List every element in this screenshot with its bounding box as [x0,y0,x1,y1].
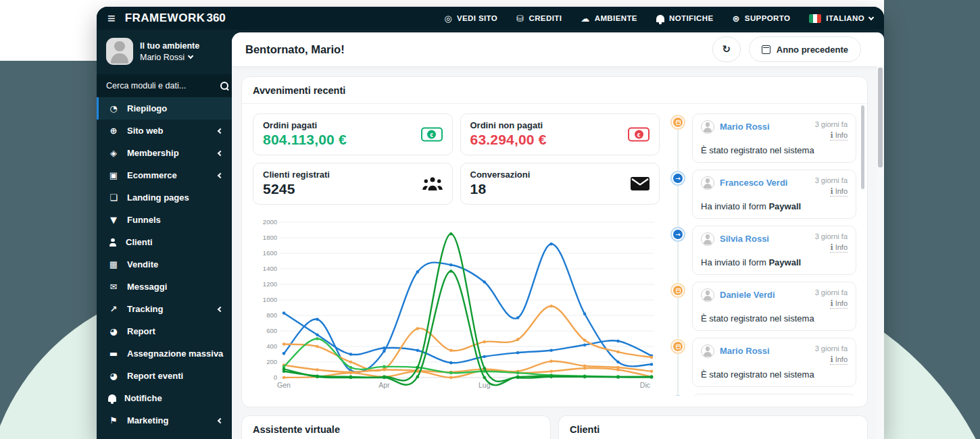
timeline-info-link[interactable]: i Info [830,131,848,140]
sidebar-item-notifiche[interactable]: Notifiche [97,387,232,409]
main-scrollbar-track[interactable] [877,66,884,439]
virtual-assistant-panel: Assistente virtuale [241,415,551,439]
stat-value: 804.113,00 € [263,132,443,148]
sidebar-item-label: Sito web [127,126,163,136]
arrow-icon: → [675,232,681,238]
page-icon: ❏ [108,193,119,202]
sidebar-item-messaggi[interactable]: ✉ Messaggi [97,276,232,298]
sidebar-item-report-eventi[interactable]: ◕ Report eventi [97,365,232,387]
user-menu[interactable]: Mario Rossi [140,53,199,62]
sidebar-item-marketing[interactable]: ⚑ Marketing [97,409,232,432]
stat-card-ordini-pagati: Ordini pagati 804.113,00 € € [253,113,453,155]
environment-label: Il tuo ambiente [140,41,199,51]
sidebar-item-clienti[interactable]: Clienti [97,231,232,253]
banknote-icon: € [628,128,650,142]
timeline-user-link[interactable]: Mario Rossi [720,346,770,356]
sidebar-item-label: Report eventi [127,371,183,381]
pie-icon: ◕ [108,371,119,380]
search-icon[interactable] [220,82,229,91]
nav-item-label: CREDITI [529,14,562,22]
nav-item-notifiche[interactable]: NOTIFICHE [656,14,714,22]
timeline-time: 3 giorni fa [815,344,848,353]
cart-icon: ▣ [108,171,119,180]
sidebar-item-membership[interactable]: ◈ Membership [97,142,232,164]
timeline-marker: → [670,171,685,186]
timeline-user-link[interactable]: Daniele Verdi [720,290,775,300]
svg-text:Dic: Dic [640,381,650,389]
cloud-icon: ☁ [581,14,589,23]
timeline-marker [670,115,685,130]
chevron-left-icon [218,172,223,178]
hamburger-menu-icon[interactable]: ≡ [107,11,116,25]
welcome-bar: Bentornato, Mario! ↻ Anno precedente [232,32,884,66]
sidebar-item-riepilogo[interactable]: ◔ Riepilogo [97,97,232,120]
chevron-left-icon [218,306,223,311]
sidebar-item-label: Report [127,326,155,336]
gauge-icon: ◔ [108,104,119,113]
user-avatar[interactable] [106,38,133,65]
previous-year-label: Anno precedente [777,45,848,55]
timeline-user-link[interactable]: Silvia Rossi [720,234,769,244]
sidebar-item-label: Notifiche [124,393,162,403]
users-icon [422,176,443,191]
app-logo[interactable]: FRAMEWORK 360 [125,11,226,25]
card-icon: ▬ [108,349,119,358]
timeline-time: 3 giorni fa [815,176,848,184]
main-scrollbar-thumb[interactable] [878,68,883,167]
navbar-actions: ◎VEDI SITO⛁CREDITI☁AMBIENTENOTIFICHE⊛SUP… [444,14,873,23]
nav-item-label: NOTIFICHE [669,14,714,22]
nav-item-ambiente[interactable]: ☁AMBIENTE [581,14,637,23]
sidebar-item-label: Tracking [127,304,163,314]
calendar-icon [676,288,681,293]
timeline-user-link[interactable]: Mario Rossi [720,122,770,132]
previous-year-button[interactable]: Anno precedente [749,36,861,62]
refresh-button[interactable]: ↻ [712,36,741,62]
svg-text:0: 0 [274,373,277,381]
stat-label: Ordini non pagati [470,120,650,130]
sidebar-item-assegnazione-massiva[interactable]: ▬ Assegnazione massiva [97,342,232,365]
orders-line-chart: 0200400600800100012001400160018002000Gen… [253,215,660,395]
envelope-icon: ✉ [108,282,119,291]
nav-item-supporto[interactable]: ⊛SUPPORTO [733,14,791,23]
mail-icon [631,177,650,190]
svg-text:600: 600 [266,327,277,334]
main-content: Bentornato, Mario! ↻ Anno precedente Avv… [232,30,884,439]
avatar [701,344,714,358]
sidebar-item-label: Riepilogo [127,103,167,113]
sidebar-search [97,74,232,97]
italy-flag-icon [809,14,821,23]
timeline-scrollbar[interactable] [861,105,864,189]
timeline-message: È stato registrato nel sistema [701,313,848,324]
svg-text:1600: 1600 [263,249,277,257]
avatar [701,288,714,302]
funnel-icon: ▼ [108,215,119,224]
search-input[interactable] [106,81,215,91]
stat-card-ordini-non-pagati: Ordini non pagati 63.294,00 € € [460,113,660,155]
clients-title: Clienti [570,424,599,435]
sidebar-item-report[interactable]: ◕ Report [97,320,232,342]
sidebar-item-landing-pages[interactable]: ❏ Landing pages [97,186,232,209]
sidebar-item-label: Landing pages [127,192,189,203]
timeline-info-link[interactable]: i Info [830,243,848,253]
sidebar-item-ecommerce[interactable]: ▣ Ecommerce [97,164,232,186]
timeline-info-link[interactable]: i Info [830,187,848,197]
sidebar-item-funnels[interactable]: ▼ Funnels [97,209,232,231]
calendar-icon [676,344,681,349]
nav-item-vedi-sito[interactable]: ◎VEDI SITO [444,14,497,23]
sidebar-item-label: Assegnazione massiva [127,348,223,359]
sidebar-item-vendite[interactable]: ▦ Vendite [97,253,232,276]
timeline-info-link[interactable]: i Info [830,299,848,309]
sidebar-item-personalizzazione[interactable]: ✎ Personalizzazione [97,432,232,439]
sidebar-item-sito-web[interactable]: ⊕ Sito web [97,120,232,142]
nav-item-crediti[interactable]: ⛁CREDITI [516,14,562,23]
sidebar-item-label: Clienti [126,237,153,247]
recent-events-panel: Avvenimenti recenti Ordini pagati 804.11… [241,76,868,407]
language-selector[interactable]: ITALIANO [809,14,873,23]
stat-card-clienti-registrati: Clienti registrati 5245 [253,163,453,205]
sidebar-item-tracking[interactable]: ↗ Tracking [97,298,232,320]
timeline-user-link[interactable]: Francesco Verdi [720,178,787,188]
top-navbar: ≡ FRAMEWORK 360 ◎VEDI SITO⛁CREDITI☁AMBIE… [97,7,884,30]
avatar [701,232,714,246]
sidebar-menu: ◔ Riepilogo ⊕ Sito web ◈ Membership ▣ Ec… [97,97,232,439]
timeline-info-link[interactable]: i Info [830,355,848,365]
